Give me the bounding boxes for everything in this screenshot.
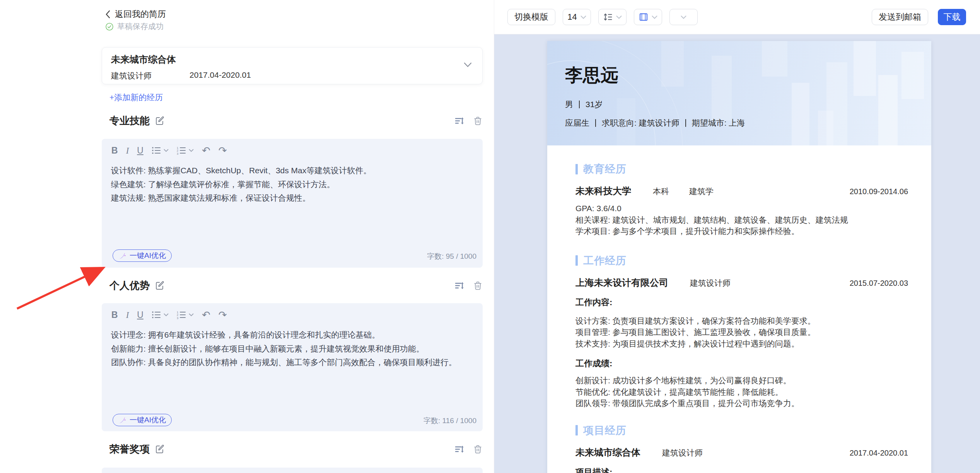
underline-button[interactable]: U: [137, 146, 143, 155]
magic-wand-icon: [118, 416, 126, 424]
work-content-label: 工作内容:: [575, 297, 908, 308]
resume-page: 李思远 男 31岁 应届生 求职意向: 建筑设计师 期望城市: 上海: [547, 41, 931, 473]
switch-template-button[interactable]: 切换模版: [507, 9, 555, 25]
editor-line: 建筑法规: 熟悉国家建筑法规和标准，保证设计合规性。: [111, 191, 473, 205]
section-title: 工作经历: [583, 254, 627, 268]
ordered-list-button[interactable]: 123: [177, 311, 186, 319]
svg-text:3: 3: [177, 152, 178, 155]
empty-select[interactable]: [669, 9, 698, 25]
edit-icon[interactable]: [155, 281, 164, 290]
detail-line: 节能优化: 优化建筑设计，提高建筑节能性能，降低能耗。: [575, 386, 908, 398]
back-chevron-icon: [105, 10, 110, 19]
ai-optimize-button[interactable]: 一键AI优化: [113, 414, 172, 426]
chevron-down-icon[interactable]: [189, 313, 194, 316]
experience-card-role: 建筑设计师: [111, 70, 152, 81]
bullet-list-button[interactable]: [152, 146, 161, 155]
word-count: 字数: 95 / 1000: [427, 251, 476, 261]
detail-line: 创新设计: 成功设计多个地标性建筑，为公司赢得良好口碑。: [575, 375, 908, 386]
font-size-select[interactable]: 14: [563, 9, 591, 25]
job-status: 应届生: [565, 118, 589, 128]
resume-header: 李思远 男 31岁 应届生 求职意向: 建筑设计师 期望城市: 上海: [547, 41, 931, 145]
italic-button[interactable]: I: [126, 311, 129, 319]
section-header-advantages: 个人优势: [109, 279, 483, 292]
reorder-icon[interactable]: [454, 444, 464, 454]
section-title: 教育经历: [583, 162, 627, 176]
editor-line: 绿色建筑: 了解绿色建筑评价标准，掌握节能、环保设计方法。: [111, 178, 473, 191]
save-status: 草稿保存成功: [105, 21, 164, 32]
editor-content[interactable]: 设计软件: 熟练掌握CAD、SketchUp、Revit、3ds Max等建筑设…: [111, 164, 473, 205]
detail-line: 项目管理: 参与项目施工图设计、施工监理及验收，确保项目质量。: [575, 326, 908, 338]
project-role: 建筑设计师: [662, 447, 703, 458]
detail-line: 相关课程: 建筑设计、城市规划、建筑结构、建筑设备、建筑历史、建筑法规: [575, 214, 908, 226]
editor-line: 设计理念: 拥有6年建筑设计经验，具备前沿的设计理念和扎实的理论基础。: [111, 328, 473, 342]
edit-icon[interactable]: [155, 445, 164, 454]
chevron-down-icon[interactable]: [189, 149, 194, 152]
chevron-down-icon: [616, 15, 622, 19]
reorder-icon[interactable]: [454, 280, 464, 291]
redo-icon[interactable]: ↷: [219, 145, 227, 155]
editor-content[interactable]: 设计理念: 拥有6年建筑设计经验，具备前沿的设计理念和扎实的理论基础。 创新能力…: [111, 328, 473, 369]
divider: [579, 101, 580, 108]
svg-text:3: 3: [177, 316, 178, 319]
rich-text-editor-skills[interactable]: B I U 123 ↶ ↷ 设计软件: 熟练掌握CAD、SketchUp、Rev…: [102, 139, 483, 268]
section-title: 个人优势: [109, 279, 150, 292]
font-size-value: 14: [567, 12, 577, 22]
reorder-icon[interactable]: [454, 116, 464, 126]
italic-button[interactable]: I: [126, 146, 129, 155]
gender: 男: [565, 99, 573, 110]
chevron-down-icon[interactable]: [464, 62, 472, 67]
resume-section-education: 教育经历: [575, 162, 908, 176]
redo-icon[interactable]: ↷: [219, 310, 227, 320]
rich-text-editor-advantages[interactable]: B I U 123 ↶ ↷ 设计理念: 拥有6年建筑设计经验，具备前沿的设计理念…: [102, 303, 483, 431]
send-to-email-button[interactable]: 发送到邮箱: [872, 9, 928, 25]
editor-toolbar: B I U 123 ↶ ↷: [102, 303, 483, 320]
preview-canvas: 李思远 男 31岁 应届生 求职意向: 建筑设计师 期望城市: 上海: [494, 34, 980, 473]
page-border-select[interactable]: [634, 9, 662, 25]
resume-name: 李思远: [565, 63, 618, 87]
magic-wand-icon: [118, 252, 126, 260]
preview-toolbar: 切换模版 14 发送到邮箱 下载: [494, 0, 980, 34]
chevron-down-icon: [652, 15, 657, 19]
trash-icon[interactable]: [473, 444, 483, 454]
experience-card-title: 未来城市综合体: [111, 53, 471, 66]
education-period: 2010.09-2014.06: [850, 187, 908, 196]
ordered-list-button[interactable]: 123: [177, 146, 186, 155]
bold-button[interactable]: B: [111, 146, 118, 155]
work-period: 2015.07-2020.03: [850, 279, 908, 288]
major: 建筑学: [689, 186, 714, 197]
project-period: 2017.04-2020.01: [850, 449, 908, 458]
editor-line: 创新能力: 擅长创新设计，能够在项目中融入新颖元素，提升建筑视觉效果和使用功能。: [111, 342, 473, 356]
add-experience-link[interactable]: +添加新的经历: [109, 92, 163, 103]
detail-line: 设计方案: 负责项目建筑方案设计，确保方案符合功能和美学要求。: [575, 315, 908, 327]
bold-button[interactable]: B: [111, 311, 118, 319]
detail-line: 学术项目: 参与多个学术项目，提升设计能力和实际操作经验。: [575, 225, 908, 237]
line-spacing-select[interactable]: [598, 9, 627, 25]
edit-icon[interactable]: [155, 116, 164, 125]
trash-icon[interactable]: [473, 116, 483, 126]
undo-icon[interactable]: ↶: [202, 310, 210, 320]
back-link[interactable]: 返回我的简历: [105, 9, 166, 20]
resume-body: 教育经历 未来科技大学 本科 建筑学 2010.09-2014.06 GPA: …: [547, 145, 931, 473]
chevron-down-icon[interactable]: [164, 313, 169, 316]
word-count: 字数: 116 / 1000: [423, 416, 476, 426]
experience-card[interactable]: 未来城市综合体 建筑设计师 2017.04-2020.01: [102, 47, 483, 84]
editor-line: 设计软件: 熟练掌握CAD、SketchUp、Revit、3ds Max等建筑设…: [111, 164, 473, 178]
undo-icon[interactable]: ↶: [202, 145, 210, 155]
rich-text-editor-awards[interactable]: [102, 468, 483, 473]
school-name: 未来科技大学: [575, 185, 631, 197]
education-details: GPA: 3.6/4.0 相关课程: 建筑设计、城市规划、建筑结构、建筑设备、建…: [575, 203, 908, 237]
chevron-down-icon: [681, 15, 686, 19]
chevron-down-icon[interactable]: [164, 149, 169, 152]
work-achievement-details: 创新设计: 成功设计多个地标性建筑，为公司赢得良好口碑。 节能优化: 优化建筑设…: [575, 375, 908, 409]
ai-optimize-button[interactable]: 一键AI优化: [113, 249, 172, 262]
underline-button[interactable]: U: [137, 311, 143, 319]
line-spacing-icon: [603, 13, 613, 21]
trash-icon[interactable]: [473, 281, 483, 290]
section-title: 项目经历: [583, 423, 627, 437]
bullet-list-button[interactable]: [152, 311, 161, 319]
page-border-icon: [639, 12, 648, 22]
work-content-details: 设计方案: 负责项目建筑方案设计，确保方案符合功能和美学要求。 项目管理: 参与…: [575, 315, 908, 350]
section-title: 荣誉奖项: [109, 442, 150, 456]
section-header-skills: 专业技能: [109, 114, 483, 127]
download-button[interactable]: 下载: [938, 9, 966, 25]
